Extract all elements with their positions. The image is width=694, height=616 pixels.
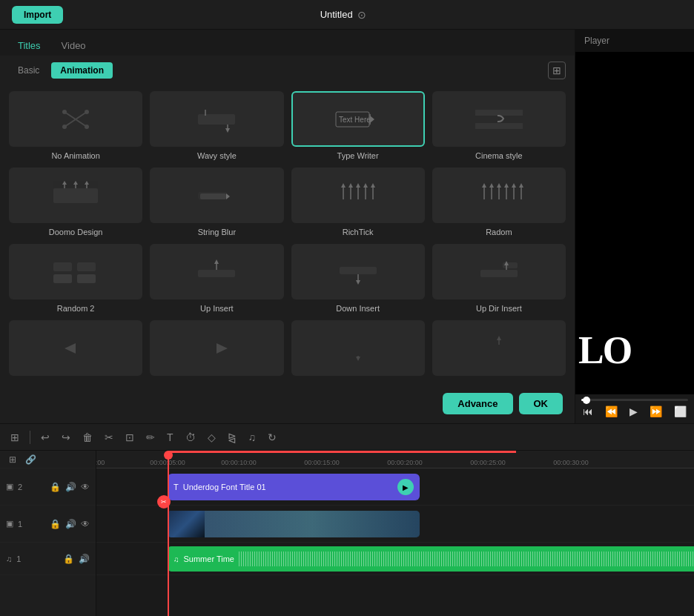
timeline-pen-icon[interactable]: ✏ (143, 430, 158, 445)
svg-rect-16 (475, 123, 523, 129)
track-ctrl-icons-audio: 🔒 🔊 (63, 554, 90, 564)
tab-titles[interactable]: Titles (9, 36, 50, 56)
anim-item-random2[interactable]: Random 2 (9, 244, 142, 313)
anim-thumb-r13c2 (150, 320, 283, 376)
anim-item-r13c2[interactable] (150, 320, 283, 380)
anim-item-downinsert[interactable]: Down Insert (291, 244, 425, 313)
player-progress[interactable] (581, 399, 688, 401)
svg-marker-9 (225, 128, 230, 133)
svg-marker-38 (482, 183, 486, 188)
anim-item-doomo[interactable]: Doomo Design (9, 168, 142, 236)
audio-clip-label: Summer Time (184, 554, 234, 563)
anim-item-wavy[interactable]: Wavy style (150, 91, 283, 160)
anim-item-radom[interactable]: Radom (432, 168, 566, 236)
track-controls: ⊞ 🔗 ▣ 2 🔒 🔊 👁 ▣ 1 🔒 🔊 👁 (0, 451, 96, 616)
lock-icon-audio[interactable]: 🔒 (63, 554, 74, 564)
svg-marker-34 (363, 183, 368, 188)
title-area: Untitled ⊙ (320, 9, 366, 21)
step-back-button[interactable]: ⏪ (604, 404, 619, 419)
svg-rect-56 (340, 267, 377, 274)
left-panel: Titles Video Basic Animation ⊞ (0, 30, 575, 423)
link-icon[interactable]: 🔗 (22, 453, 39, 466)
svg-marker-44 (504, 183, 509, 188)
tab-video[interactable]: Video (53, 36, 95, 56)
svg-text:Text Here: Text Here (339, 116, 371, 124)
anim-thumb-r13c3 (291, 320, 425, 376)
anim-item-no-animation[interactable]: No Animation (9, 91, 142, 160)
svg-rect-6 (198, 114, 235, 125)
svg-rect-49 (53, 262, 72, 271)
timeline-music-icon[interactable]: ♫ (245, 430, 260, 445)
anim-item-typewriter[interactable]: Text Here Type Writer (291, 91, 425, 160)
track-ctrl-icons-1: 🔒 🔊 👁 (50, 519, 90, 529)
audio-clip[interactable]: ♫ Summer Time (168, 546, 694, 572)
svg-marker-22 (85, 181, 89, 185)
timeline-text-icon[interactable]: T (164, 430, 176, 445)
svg-marker-13 (370, 116, 374, 123)
step-forward-button[interactable]: ⏩ (648, 404, 664, 419)
timeline-cut-icon[interactable]: ✂ (102, 430, 116, 445)
svg-rect-50 (77, 262, 96, 271)
timeline-grid-icon[interactable]: ⊞ (7, 430, 22, 445)
play-button[interactable]: ▶ (628, 404, 639, 419)
audio-icon-2[interactable]: 🔊 (65, 482, 76, 492)
expand-icon[interactable]: ⊞ (548, 62, 566, 79)
title-clip-icon: T (174, 483, 179, 491)
track-num-1: 1 (18, 520, 22, 529)
anim-label-cinema: Cinema style (475, 151, 523, 160)
timeline-delete-icon[interactable]: 🗑 (79, 430, 96, 445)
track-ctrl-row-2: ▣ 2 🔒 🔊 👁 (0, 468, 96, 506)
anim-item-r13c4[interactable] (432, 320, 566, 380)
ruler-tick-4: 00:00:20:00 (387, 459, 423, 466)
timeline-clip-icon[interactable]: ⊡ (122, 430, 137, 445)
audio-mute-icon[interactable]: 🔊 (79, 554, 90, 564)
anim-thumb-no-animation (9, 91, 142, 147)
lock-icon-1[interactable]: 🔒 (50, 519, 61, 529)
title-clip-text: Underdog Font Title 01 (183, 483, 266, 491)
svg-marker-18 (62, 181, 67, 185)
advance-button[interactable]: Advance (443, 393, 512, 414)
clip-play-icon[interactable]: ▶ (397, 479, 414, 495)
title-clip[interactable]: T Underdog Font Title 01 ▶ (168, 474, 420, 500)
audio-icon-1[interactable]: 🔊 (65, 519, 76, 529)
audio-track-icon: ♫ (6, 554, 12, 563)
subtab-group: Basic Animation (9, 62, 113, 79)
anim-label-wavy: Wavy style (197, 151, 237, 160)
timeline-clock-icon[interactable]: ⏱ (182, 430, 199, 445)
anim-thumb-cinema (432, 91, 566, 147)
timeline-adjust-icon[interactable]: ⧎ (225, 430, 239, 445)
timeline-shape-icon[interactable]: ◇ (205, 430, 219, 445)
anim-item-cinema[interactable]: Cinema style (432, 91, 566, 160)
anim-label-downinsert: Down Insert (336, 304, 380, 313)
timeline-rotate-icon[interactable]: ↻ (265, 430, 280, 445)
anim-item-upinsert[interactable]: Up Insert (150, 244, 283, 313)
anim-item-stringblur[interactable]: String Blur (150, 168, 283, 236)
ok-button[interactable]: OK (519, 393, 564, 414)
timeline-undo-icon[interactable]: ↩ (38, 430, 53, 445)
svg-marker-32 (356, 183, 360, 188)
subtab-animation[interactable]: Animation (51, 62, 113, 79)
animation-grid: No Animation Wavy style (0, 85, 575, 387)
timeline-toolbar: ⊞ ↩ ↪ 🗑 ✂ ⊡ ✏ T ⏱ ◇ ⧎ ♫ ↻ (0, 424, 694, 451)
import-button[interactable]: Import (12, 6, 63, 24)
anim-thumb-updirinsert (432, 244, 566, 299)
anim-item-r13c3[interactable] (291, 320, 425, 380)
add-track-icon[interactable]: ⊞ (6, 453, 19, 466)
right-panel: Player LO ⏮ ⏪ ▶ ⏩ ⬜ (575, 30, 694, 423)
svg-marker-58 (356, 280, 360, 285)
player-text: LO (575, 328, 631, 372)
anim-item-r13c1[interactable] (9, 320, 142, 380)
subtab-basic[interactable]: Basic (9, 62, 48, 79)
rewind-button[interactable]: ⏮ (581, 404, 595, 419)
video-clip[interactable] (168, 511, 420, 537)
svg-point-5 (62, 125, 67, 129)
anim-item-updirinsert[interactable]: Up Dir Insert (432, 244, 566, 313)
playhead[interactable] (168, 451, 169, 616)
lock-icon-2[interactable]: 🔒 (50, 482, 61, 492)
timeline-redo-icon[interactable]: ↪ (59, 430, 73, 445)
eye-icon-2[interactable]: 👁 (81, 482, 90, 492)
eye-icon-1[interactable]: 👁 (81, 519, 90, 529)
anim-item-richtick[interactable]: RichTick (291, 168, 425, 236)
anim-label-updirinsert: Up Dir Insert (476, 304, 522, 313)
fullscreen-button[interactable]: ⬜ (672, 404, 688, 419)
